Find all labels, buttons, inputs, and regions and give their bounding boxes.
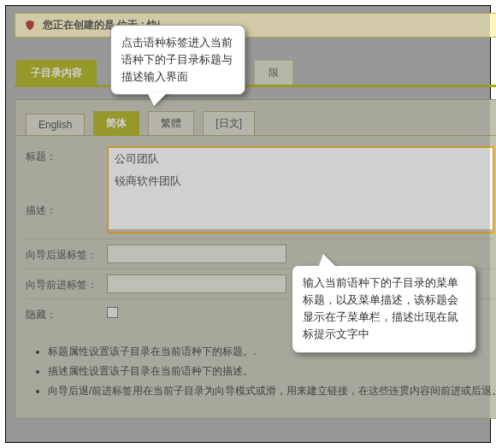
ctrl-back bbox=[107, 245, 494, 263]
fwd-input[interactable] bbox=[107, 274, 286, 293]
row-desc: 描述： bbox=[26, 169, 494, 239]
shield-icon bbox=[24, 19, 36, 32]
tooltip-lang: 点击语种标签进入当前语种下的子目录标题与描述输入界面 bbox=[110, 25, 245, 95]
row-title: 标题： bbox=[26, 141, 494, 169]
desc-input[interactable] bbox=[109, 169, 493, 229]
bullet-item: 描述属性设置该子目录在当前语种下的描述。 bbox=[48, 363, 489, 379]
label-back: 向导后退标签： bbox=[26, 245, 107, 262]
tooltip-tail-icon bbox=[318, 254, 337, 268]
app-inner: 您正在创建的是 位于 : 快j 子目录内容 限 English 简体 繁體 [日… bbox=[15, 13, 496, 448]
tooltip-lang-text: 点击语种标签进入当前语种下的子目录标题与描述输入界面 bbox=[121, 36, 233, 83]
label-hide: 隐藏： bbox=[26, 304, 107, 322]
tooltip-input-text: 输入当前语种下的子目录的菜单标题，以及菜单描述，该标题会显示在子菜单栏，描述出现… bbox=[303, 276, 458, 340]
label-desc: 描述： bbox=[26, 169, 107, 218]
tab-limit[interactable]: 限 bbox=[254, 60, 293, 85]
title-highlight bbox=[107, 146, 494, 169]
tooltip-tail-icon bbox=[147, 92, 168, 106]
tooltip-input: 输入当前语种下的子目录的菜单标题，以及菜单描述，该标题会显示在子菜单栏，描述出现… bbox=[292, 265, 476, 353]
app-stage: 您正在创建的是 位于 : 快j 子目录内容 限 English 简体 繁體 [日… bbox=[5, 5, 491, 443]
lang-tab-traditional[interactable]: 繁體 bbox=[148, 111, 194, 136]
tab-subdir-content[interactable]: 子目录内容 bbox=[16, 60, 97, 85]
lang-tab-english[interactable]: English bbox=[26, 114, 85, 136]
label-fwd: 向导前进标签： bbox=[26, 274, 107, 292]
lang-tab-simplified[interactable]: 简体 bbox=[93, 111, 139, 136]
title-input[interactable] bbox=[109, 148, 493, 169]
panel: English 简体 繁體 [日文] 标题： 描述： bbox=[15, 99, 496, 419]
back-input[interactable] bbox=[107, 245, 286, 263]
lang-tabs: English 简体 繁體 [日文] bbox=[15, 100, 496, 136]
lang-tab-japanese[interactable]: [日文] bbox=[203, 111, 255, 136]
hide-checkbox[interactable] bbox=[107, 307, 118, 318]
desc-highlight bbox=[107, 169, 494, 233]
label-title: 标题： bbox=[26, 146, 107, 164]
alert-bar: 您正在创建的是 位于 : 快j bbox=[15, 13, 496, 38]
top-tabs: 子目录内容 限 bbox=[15, 60, 496, 87]
bullet-item: 向导后退/前进标签用在当前子目录为向导模式或滑，用来建立链接，在这些连贯内容间前… bbox=[48, 383, 489, 398]
